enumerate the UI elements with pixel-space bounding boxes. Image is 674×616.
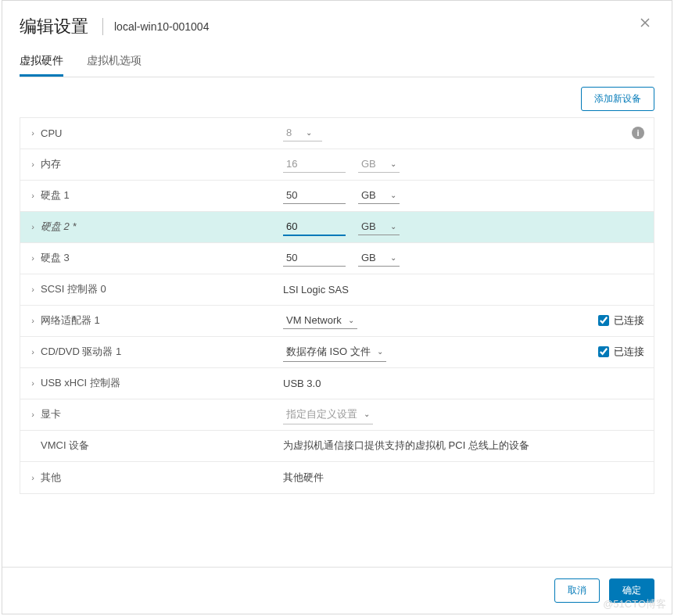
expand-icon[interactable]: ›: [25, 285, 41, 294]
row-cpu: › CPU 8 ⌄ i: [20, 118, 654, 149]
row-cddvd: › CD/DVD 驱动器 1 数据存储 ISO 文件 ⌄ 已连接: [20, 337, 654, 368]
ok-button[interactable]: 确定: [609, 578, 654, 603]
chevron-down-icon: ⌄: [390, 253, 396, 262]
dialog-title: 编辑设置: [20, 15, 88, 38]
row-label: USB xHCI 控制器: [41, 376, 120, 390]
usb-value: USB 3.0: [283, 378, 321, 389]
disk1-unit-select[interactable]: GB ⌄: [358, 187, 400, 204]
row-label: 其他: [41, 471, 61, 485]
row-video-card: › 显卡 指定自定义设置 ⌄: [20, 399, 654, 431]
disk3-unit-select[interactable]: GB ⌄: [358, 249, 400, 267]
row-label: 内存: [41, 157, 61, 171]
cddvd-connected-checkbox[interactable]: [598, 346, 609, 357]
cpu-select[interactable]: 8 ⌄: [283, 124, 322, 141]
vm-name: local-win10-001004: [114, 20, 209, 33]
scsi-value: LSI Logic SAS: [283, 284, 349, 295]
row-network-adapter: › 网络适配器 1 VM Network ⌄ 已连接: [20, 306, 654, 337]
row-disk-3: › 硬盘 3 GB ⌄: [20, 243, 654, 274]
row-usb-controller: › USB xHCI 控制器 USB 3.0: [20, 368, 654, 399]
memory-unit-select[interactable]: GB ⌄: [358, 156, 400, 173]
connected-label: 已连接: [614, 345, 644, 359]
dialog-content: 添加新设备 › CPU 8 ⌄ i › 内存: [2, 77, 672, 567]
expand-icon[interactable]: ›: [25, 159, 41, 169]
title-separator: [102, 18, 103, 35]
hardware-table: › CPU 8 ⌄ i › 内存 GB ⌄: [20, 117, 654, 494]
chevron-down-icon: ⌄: [364, 410, 370, 418]
row-label: 网络适配器 1: [41, 313, 100, 328]
chevron-down-icon: ⌄: [348, 316, 354, 324]
expand-icon[interactable]: ›: [25, 222, 41, 231]
connected-label: 已连接: [614, 313, 644, 328]
chevron-down-icon: ⌄: [377, 347, 383, 356]
row-label: CD/DVD 驱动器 1: [41, 345, 121, 359]
expand-icon[interactable]: ›: [25, 316, 41, 325]
row-memory: › 内存 GB ⌄: [20, 149, 654, 181]
dialog-footer: 取消 确定: [2, 567, 672, 614]
edit-settings-dialog: 编辑设置 local-win10-001004 虚拟硬件 虚拟机选项 添加新设备…: [2, 0, 672, 614]
disk2-unit-select[interactable]: GB ⌄: [358, 218, 400, 235]
expand-icon[interactable]: ›: [25, 128, 41, 138]
chevron-down-icon: ⌄: [390, 191, 396, 199]
disk3-size-input[interactable]: [283, 249, 346, 267]
add-device-button[interactable]: 添加新设备: [581, 87, 654, 111]
expand-icon[interactable]: ›: [25, 191, 41, 200]
other-value: 其他硬件: [283, 471, 324, 485]
tab-vm-options[interactable]: 虚拟机选项: [87, 46, 142, 77]
video-select[interactable]: 指定自定义设置 ⌄: [283, 405, 373, 424]
dialog-header: 编辑设置 local-win10-001004: [2, 1, 672, 46]
network-connected-checkbox[interactable]: [598, 315, 609, 326]
row-label: SCSI 控制器 0: [41, 282, 106, 296]
vmci-value: 为虚拟机通信接口提供支持的虚拟机 PCI 总线上的设备: [283, 439, 529, 453]
memory-input[interactable]: [283, 156, 346, 173]
info-icon[interactable]: i: [632, 127, 644, 139]
disk1-size-input[interactable]: [283, 187, 346, 204]
row-scsi-controller: › SCSI 控制器 0 LSI Logic SAS: [20, 274, 654, 306]
expand-icon[interactable]: ›: [25, 410, 41, 419]
row-disk-2: › 硬盘 2 * GB ⌄: [20, 212, 654, 243]
close-icon[interactable]: [639, 16, 654, 32]
chevron-down-icon: ⌄: [390, 222, 396, 231]
row-other: › 其他 其他硬件: [20, 462, 654, 493]
disk2-size-input[interactable]: [283, 218, 346, 236]
row-label: VMCI 设备: [41, 439, 89, 453]
expand-icon[interactable]: ›: [25, 473, 41, 482]
cddvd-select[interactable]: 数据存储 ISO 文件 ⌄: [283, 342, 386, 362]
tabs: 虚拟硬件 虚拟机选项: [20, 46, 654, 77]
chevron-down-icon: ⌄: [390, 159, 396, 168]
row-disk-1: › 硬盘 1 GB ⌄: [20, 181, 654, 212]
row-vmci: VMCI 设备 为虚拟机通信接口提供支持的虚拟机 PCI 总线上的设备: [20, 431, 654, 462]
tab-virtual-hardware[interactable]: 虚拟硬件: [20, 46, 63, 77]
row-label: 硬盘 2 *: [41, 220, 77, 234]
expand-icon[interactable]: ›: [25, 378, 41, 388]
network-select[interactable]: VM Network ⌄: [283, 312, 357, 329]
expand-icon[interactable]: ›: [25, 347, 41, 356]
expand-icon[interactable]: ›: [25, 253, 41, 263]
chevron-down-icon: ⌄: [306, 128, 312, 137]
row-label: CPU: [41, 127, 62, 139]
cancel-button[interactable]: 取消: [554, 578, 600, 603]
row-label: 硬盘 1: [41, 188, 70, 202]
row-label: 显卡: [41, 407, 61, 421]
row-label: 硬盘 3: [41, 251, 70, 265]
